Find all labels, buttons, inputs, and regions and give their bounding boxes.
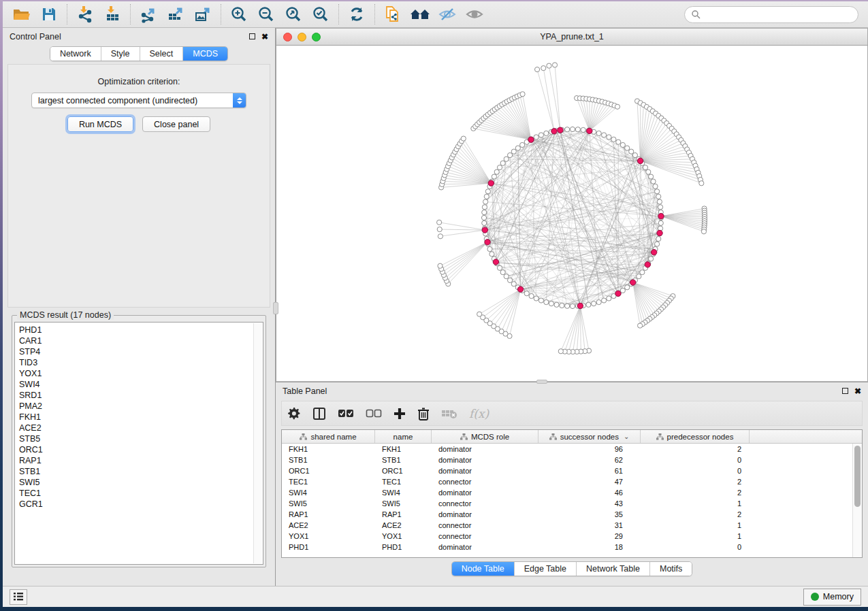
cell-name[interactable]: FKH1 xyxy=(375,445,432,453)
table-row[interactable]: ORC1ORC1dominator610 xyxy=(282,465,852,476)
mcds-dominator-node[interactable] xyxy=(482,227,487,233)
zoom-fit-button[interactable] xyxy=(280,3,307,25)
cell-successor-nodes[interactable]: 35 xyxy=(539,510,641,518)
graph-node[interactable] xyxy=(477,312,482,316)
search-box[interactable] xyxy=(684,6,858,23)
close-panel-button[interactable]: Close panel xyxy=(142,116,210,132)
mcds-result-item[interactable]: ORC1 xyxy=(19,444,263,455)
cell-name[interactable]: YOX1 xyxy=(375,532,432,540)
cell-predecessor-nodes[interactable]: 0 xyxy=(641,456,750,464)
graph-node[interactable] xyxy=(544,300,549,305)
graph-node[interactable] xyxy=(565,127,570,132)
mcds-result-item[interactable]: ACE2 xyxy=(19,423,263,433)
graph-node[interactable] xyxy=(570,303,575,308)
graph-node[interactable] xyxy=(534,135,539,139)
graph-node[interactable] xyxy=(649,257,654,261)
graph-node[interactable] xyxy=(497,165,502,170)
cell-successor-nodes[interactable]: 43 xyxy=(539,499,641,508)
cell-predecessor-nodes[interactable]: 0 xyxy=(641,543,750,551)
graph-node[interactable] xyxy=(515,146,520,150)
cell-shared-name[interactable]: ORC1 xyxy=(282,467,375,475)
table-tab-edge-table[interactable]: Edge Table xyxy=(515,562,577,576)
mcds-dominator-node[interactable] xyxy=(587,128,592,133)
mcds-dominator-node[interactable] xyxy=(551,129,557,134)
graph-node[interactable] xyxy=(524,291,529,296)
cell-shared-name[interactable]: YOX1 xyxy=(282,532,375,540)
cell-predecessor-nodes[interactable]: 2 xyxy=(641,445,750,453)
graph-node[interactable] xyxy=(534,296,539,301)
graph-node[interactable] xyxy=(657,199,662,204)
cell-MCDS-role[interactable]: dominator xyxy=(432,445,539,453)
graph-node[interactable] xyxy=(607,135,611,139)
mcds-result-item[interactable]: PHD1 xyxy=(19,325,263,335)
graph-node[interactable] xyxy=(554,302,559,307)
export-table-button[interactable] xyxy=(162,3,189,25)
graph-node[interactable] xyxy=(552,63,557,67)
close-panel-icon[interactable]: ✖ xyxy=(261,33,268,41)
table-settings-button[interactable] xyxy=(287,407,301,420)
save-session-button[interactable] xyxy=(35,3,63,25)
export-image-button[interactable] xyxy=(189,3,216,25)
table-row[interactable]: STB1STB1dominator620 xyxy=(282,455,852,465)
cell-MCDS-role[interactable]: connector xyxy=(432,532,539,540)
table-row[interactable]: FKH1FKH1dominator962 xyxy=(282,444,852,455)
graph-node[interactable] xyxy=(596,131,601,135)
graph-node[interactable] xyxy=(629,149,634,154)
cell-name[interactable]: STB1 xyxy=(375,456,432,464)
mcds-result-item[interactable]: STB5 xyxy=(19,433,263,444)
cell-predecessor-nodes[interactable]: 2 xyxy=(641,489,750,497)
function-builder-button[interactable]: f(x) xyxy=(469,407,489,420)
mcds-dominator-node[interactable] xyxy=(630,280,635,285)
graph-node[interactable] xyxy=(481,215,486,220)
mcds-result-item[interactable]: YOX1 xyxy=(19,368,263,379)
graph-node[interactable] xyxy=(649,174,654,179)
float-panel-icon[interactable] xyxy=(249,33,255,39)
cell-shared-name[interactable]: ACE2 xyxy=(282,521,375,529)
graph-node[interactable] xyxy=(520,92,525,97)
mcds-result-item[interactable]: SWI5 xyxy=(19,477,263,488)
tab-network[interactable]: Network xyxy=(50,47,101,61)
graph-node[interactable] xyxy=(620,288,625,293)
cell-shared-name[interactable]: PHD1 xyxy=(282,543,375,551)
vertical-splitter-handle[interactable] xyxy=(273,302,278,314)
graph-node[interactable] xyxy=(607,296,611,301)
graph-node[interactable] xyxy=(544,131,549,135)
graph-node[interactable] xyxy=(437,227,442,231)
zoom-in-button[interactable] xyxy=(225,3,253,25)
refresh-button[interactable] xyxy=(343,3,370,25)
close-table-panel-icon[interactable]: ✖ xyxy=(854,387,861,395)
table-row[interactable]: ACE2ACE2connector311 xyxy=(282,520,852,531)
table-row[interactable]: SWI4SWI4dominator462 xyxy=(282,487,852,498)
column-header-MCDS-role[interactable]: MCDS role xyxy=(432,430,539,443)
graph-node[interactable] xyxy=(500,161,505,165)
graph-node[interactable] xyxy=(637,274,641,279)
network-view[interactable] xyxy=(276,46,868,382)
table-scrollbar-thumb[interactable] xyxy=(854,446,861,507)
table-tab-network-table[interactable]: Network Table xyxy=(577,562,650,576)
graph-node[interactable] xyxy=(484,194,489,199)
graph-node[interactable] xyxy=(539,133,543,137)
graph-node[interactable] xyxy=(541,66,546,71)
optimization-criterion-select[interactable]: largest connected component (undirected) xyxy=(31,93,246,108)
column-header-name[interactable]: name xyxy=(375,430,432,443)
cell-MCDS-role[interactable]: connector xyxy=(432,478,539,486)
mcds-dominator-node[interactable] xyxy=(577,303,583,308)
table-row[interactable]: YOX1YOX1connector291 xyxy=(282,531,852,542)
graph-node[interactable] xyxy=(547,63,551,68)
mcds-result-item[interactable]: CAR1 xyxy=(19,335,263,346)
cell-successor-nodes[interactable]: 61 xyxy=(539,467,641,475)
graph-node[interactable] xyxy=(575,127,580,132)
table-row[interactable]: SWI5SWI5connector431 xyxy=(282,498,852,509)
mcds-result-item[interactable]: SRD1 xyxy=(19,390,263,401)
mcds-dominator-node[interactable] xyxy=(645,262,650,267)
cell-predecessor-nodes[interactable]: 0 xyxy=(641,467,750,475)
cell-name[interactable]: RAP1 xyxy=(375,510,432,518)
import-network-button[interactable] xyxy=(71,3,99,25)
table-row[interactable]: PHD1PHD1dominator180 xyxy=(282,542,852,552)
graph-node[interactable] xyxy=(437,220,442,225)
graph-node[interactable] xyxy=(482,205,487,210)
tab-select[interactable]: Select xyxy=(140,47,184,61)
mcds-result-item[interactable]: FKH1 xyxy=(19,412,263,423)
graph-node[interactable] xyxy=(658,205,662,210)
graph-node[interactable] xyxy=(637,323,642,328)
